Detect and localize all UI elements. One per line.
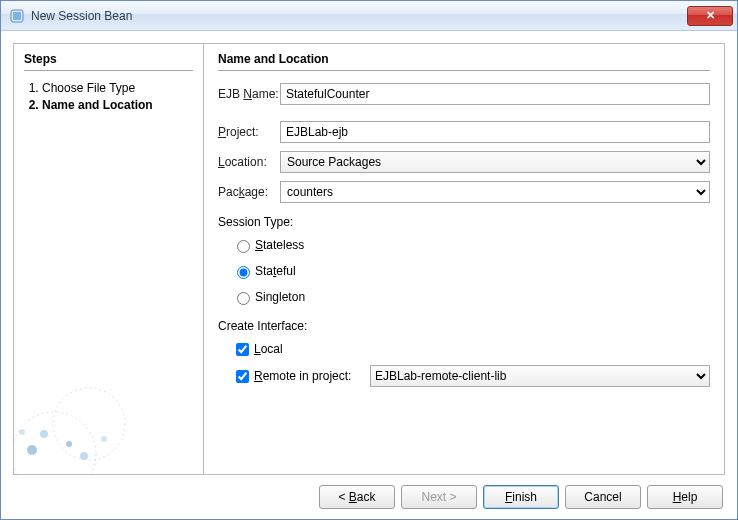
ejb-name-input[interactable] <box>280 83 710 105</box>
back-button[interactable]: < Back <box>319 485 395 509</box>
finish-button[interactable]: Finish <box>483 485 559 509</box>
divider <box>24 70 193 71</box>
step-item-current: Name and Location <box>42 98 193 112</box>
svg-point-9 <box>19 429 25 435</box>
radio-stateful-label: Stateful <box>255 264 296 278</box>
radio-stateless[interactable] <box>237 240 250 253</box>
radio-stateful-row[interactable]: Stateful <box>232 261 710 281</box>
row-ejb-name: EJB Name: <box>218 83 710 105</box>
location-select[interactable]: Source Packages <box>280 151 710 173</box>
main-heading: Name and Location <box>218 52 710 66</box>
svg-point-5 <box>40 430 48 438</box>
remote-project-select[interactable]: EJBLab-remote-client-lib <box>370 365 710 387</box>
svg-point-4 <box>27 445 37 455</box>
help-button[interactable]: Help <box>647 485 723 509</box>
check-local-row[interactable]: Local <box>232 339 710 359</box>
radio-stateless-row[interactable]: Stateless <box>232 235 710 255</box>
divider <box>218 70 710 71</box>
svg-point-3 <box>53 388 125 460</box>
content: Steps Choose File Type Name and Location <box>1 31 737 519</box>
row-project: Project: <box>218 121 710 143</box>
create-interface-label: Create Interface: <box>218 319 710 333</box>
ejb-name-label: EJB Name: <box>218 87 280 101</box>
svg-point-8 <box>101 436 107 442</box>
remote-label-wrap[interactable]: Remote in project: <box>232 367 370 386</box>
package-select[interactable]: counters <box>280 181 710 203</box>
step-item: Choose File Type <box>42 81 193 95</box>
steps-list: Choose File Type Name and Location <box>24 81 193 112</box>
package-label: Package: <box>218 185 280 199</box>
row-location: Location: Source Packages <box>218 151 710 173</box>
svg-point-2 <box>14 412 96 474</box>
project-label: Project: <box>218 125 280 139</box>
titlebar: New Session Bean ✕ <box>1 1 737 31</box>
sidebar-decoration <box>14 384 203 474</box>
project-input[interactable] <box>280 121 710 143</box>
steps-sidebar: Steps Choose File Type Name and Location <box>14 44 204 474</box>
next-button: Next > <box>401 485 477 509</box>
sidebar-heading: Steps <box>24 52 193 66</box>
svg-point-6 <box>66 441 72 447</box>
close-icon: ✕ <box>706 9 715 22</box>
check-local[interactable] <box>236 343 249 356</box>
svg-point-7 <box>80 452 88 460</box>
session-type-label: Session Type: <box>218 215 710 229</box>
radio-singleton-label: Singleton <box>255 290 305 304</box>
main-form: Name and Location EJB Name: Project: Loc… <box>204 44 724 474</box>
cancel-button[interactable]: Cancel <box>565 485 641 509</box>
svg-rect-1 <box>13 12 21 20</box>
panel: Steps Choose File Type Name and Location <box>13 43 725 475</box>
check-remote-row: Remote in project: EJBLab-remote-client-… <box>232 365 710 387</box>
window-title: New Session Bean <box>31 9 687 23</box>
row-package: Package: counters <box>218 181 710 203</box>
location-label: Location: <box>218 155 280 169</box>
check-remote-label: Remote in project: <box>254 369 351 383</box>
radio-stateful[interactable] <box>237 266 250 279</box>
radio-singleton-row[interactable]: Singleton <box>232 287 710 307</box>
radio-stateless-label: Stateless <box>255 238 304 252</box>
app-icon <box>9 8 25 24</box>
close-button[interactable]: ✕ <box>687 6 733 26</box>
button-bar: < Back Next > Finish Cancel Help <box>13 485 725 509</box>
check-local-label: Local <box>254 342 283 356</box>
radio-singleton[interactable] <box>237 292 250 305</box>
check-remote[interactable] <box>236 370 249 383</box>
